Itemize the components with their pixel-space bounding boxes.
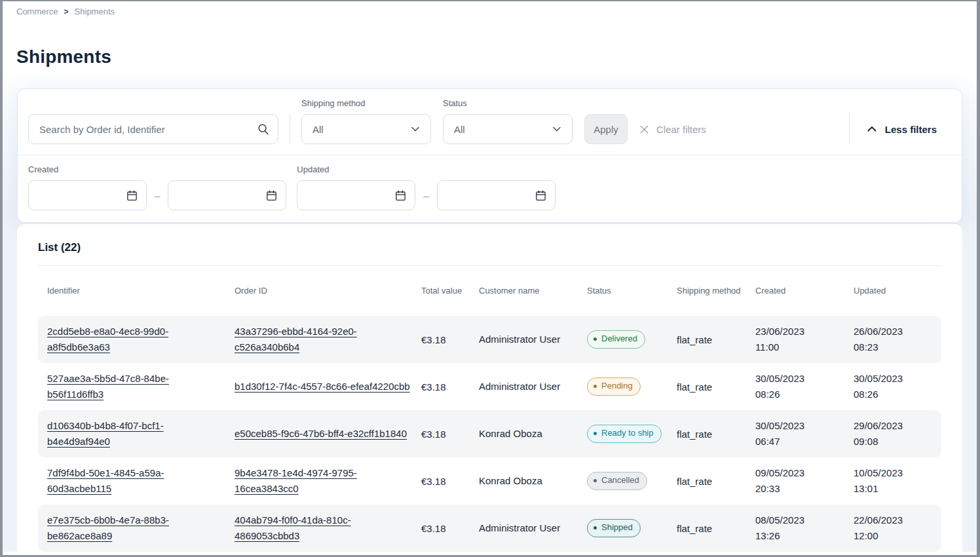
- breadcrumb-separator: >: [64, 7, 69, 16]
- identifier-link[interactable]: e7e375cb-6b0b-4e7a-88b3-be862ace8a89: [47, 514, 169, 541]
- customer-name: Administrator User: [479, 371, 587, 402]
- order-id-link[interactable]: b1d30f12-7f4c-4557-8c66-efeaf4220cbb: [235, 381, 410, 392]
- filters-panel: Shipping method All Status All: [17, 88, 962, 223]
- status-badge-label: Delivered: [601, 334, 637, 344]
- column-header-shipping-method: Shipping method: [677, 284, 755, 298]
- status-badge: Cancelled: [587, 472, 647, 490]
- shipping-method: flat_rate: [677, 326, 755, 353]
- identifier-link[interactable]: 2cdd5eb8-e8a0-4ec8-99d0-a8f5db6e3a63: [47, 326, 168, 353]
- page-title: Shipments: [3, 16, 977, 67]
- total-value: €3.18: [421, 468, 479, 495]
- table-row: e7e375cb-6b0b-4e7a-88b3-be862ace8a89 404…: [38, 505, 941, 552]
- status-badge-label: Ready to ship: [601, 428, 654, 438]
- status-badge-label: Shipped: [601, 522, 633, 533]
- updated-datetime: 10/05/202313:01: [854, 457, 943, 505]
- chevron-up-icon: [865, 123, 878, 136]
- updated-from-field[interactable]: [297, 180, 415, 210]
- less-filters-toggle[interactable]: Less filters: [865, 114, 937, 144]
- total-value: €3.18: [421, 515, 479, 542]
- table-row: d106340b-b4b8-4f07-bcf1-b4e4d9af94e0 e50…: [38, 410, 941, 457]
- updated-to-field[interactable]: [437, 180, 556, 210]
- shipping-method-label: Shipping method: [301, 98, 431, 108]
- shipping-method-value: All: [312, 124, 324, 135]
- calendar-icon[interactable]: [265, 189, 278, 202]
- created-datetime: 08/05/202313:26: [755, 505, 854, 552]
- created-datetime: 30/05/202306:47: [755, 410, 854, 457]
- toggle-divider: [849, 111, 850, 144]
- main-content: Shipping method All Status All: [3, 77, 977, 552]
- updated-range-label: Updated: [297, 164, 555, 174]
- close-icon: [638, 123, 650, 136]
- range-separator: –: [423, 190, 428, 201]
- order-id-link[interactable]: e50ceb85-f9c6-47b6-bff4-e32cff1b1840: [235, 428, 407, 439]
- table-header: Identifier Order ID Total value Customer…: [38, 266, 941, 316]
- created-datetime: 30/05/202308:26: [755, 363, 854, 410]
- search-box[interactable]: [28, 114, 278, 144]
- updated-to-input[interactable]: [447, 190, 519, 201]
- breadcrumb-commerce[interactable]: Commerce: [16, 7, 58, 16]
- column-header-status: Status: [587, 284, 677, 298]
- status-value: All: [454, 124, 465, 135]
- less-filters-label: Less filters: [885, 124, 937, 135]
- table-row: 527aae3a-5b5d-47c8-84be-b56f11d6ffb3 b1d…: [38, 363, 941, 410]
- created-from-field[interactable]: [28, 180, 147, 210]
- created-datetime: 23/06/202311:00: [755, 316, 854, 363]
- status-badge: Ready to ship: [587, 425, 662, 442]
- breadcrumb-shipments[interactable]: Shipments: [75, 7, 115, 16]
- customer-name: Konrad Oboza: [479, 465, 587, 497]
- identifier-link[interactable]: d106340b-b4b8-4f07-bcf1-b4e4d9af94e0: [47, 420, 164, 447]
- column-header-identifier: Identifier: [38, 284, 235, 298]
- status-badge: Delivered: [587, 330, 645, 348]
- status-dot-icon: [594, 479, 597, 482]
- created-to-input[interactable]: [178, 190, 250, 201]
- status-dot-icon: [594, 385, 597, 388]
- calendar-icon[interactable]: [535, 189, 547, 202]
- table-row: 2cdd5eb8-e8a0-4ec8-99d0-a8f5db6e3a63 43a…: [38, 316, 941, 363]
- status-badge: Shipped: [587, 519, 641, 537]
- identifier-link[interactable]: 527aae3a-5b5d-47c8-84be-b56f11d6ffb3: [47, 373, 169, 400]
- status-dot-icon: [594, 526, 597, 529]
- customer-name: Konrad Oboza: [479, 418, 587, 450]
- shipping-method-select[interactable]: All: [301, 114, 431, 144]
- customer-name: Administrator User: [479, 324, 587, 355]
- calendar-icon[interactable]: [394, 189, 407, 202]
- order-id-link[interactable]: 43a37296-ebbd-4164-92e0-c526a340b6b4: [235, 326, 357, 353]
- updated-datetime: 29/06/202309:08: [854, 410, 943, 457]
- total-value: €3.18: [421, 374, 479, 400]
- shipping-method: flat_rate: [677, 374, 755, 400]
- status-label: Status: [443, 98, 573, 108]
- shipments-list-panel: List (22) Identifier Order ID Total valu…: [17, 224, 962, 557]
- status-select[interactable]: All: [443, 114, 573, 144]
- column-header-order-id: Order ID: [235, 284, 421, 298]
- apply-button[interactable]: Apply: [584, 114, 628, 144]
- status-dot-icon: [594, 432, 597, 435]
- column-header-updated: Updated: [854, 284, 943, 298]
- updated-datetime: 26/06/202308:23: [854, 316, 943, 363]
- shipping-method: flat_rate: [677, 515, 755, 542]
- total-value: €3.18: [421, 421, 479, 448]
- column-header-customer-name: Customer name: [479, 284, 587, 298]
- status-badge-label: Cancelled: [601, 475, 639, 486]
- clear-filters-button[interactable]: Clear filters: [638, 114, 706, 144]
- order-id-link[interactable]: 404ab794-f0f0-41da-810c-4869053cbbd3: [235, 514, 351, 541]
- updated-from-input[interactable]: [307, 190, 379, 201]
- calendar-icon[interactable]: [126, 189, 138, 202]
- column-header-total-value: Total value: [421, 284, 479, 298]
- order-id-link[interactable]: 9b4e3478-1e4d-4974-9795-16cea3843cc0: [235, 467, 357, 494]
- filter-divider: [290, 114, 290, 144]
- updated-datetime: 30/05/202308:26: [854, 363, 943, 410]
- created-to-field[interactable]: [168, 180, 286, 210]
- search-icon[interactable]: [257, 123, 270, 136]
- column-header-created: Created: [755, 284, 854, 298]
- list-title: List (22): [38, 241, 941, 254]
- identifier-link[interactable]: 7df9f4bd-50e1-4845-a59a-60d3acbeb115: [47, 467, 164, 494]
- search-input[interactable]: [39, 124, 257, 135]
- updated-datetime: 22/06/202312:00: [854, 505, 943, 552]
- table-row: 7df9f4bd-50e1-4845-a59a-60d3acbeb115 9b4…: [38, 457, 941, 505]
- created-from-input[interactable]: [38, 190, 110, 201]
- shipping-method: flat_rate: [677, 421, 755, 448]
- shipping-method: flat_rate: [677, 468, 755, 495]
- created-range-label: Created: [28, 164, 286, 174]
- status-badge: Pending: [587, 377, 641, 395]
- customer-name: Administrator User: [479, 512, 587, 544]
